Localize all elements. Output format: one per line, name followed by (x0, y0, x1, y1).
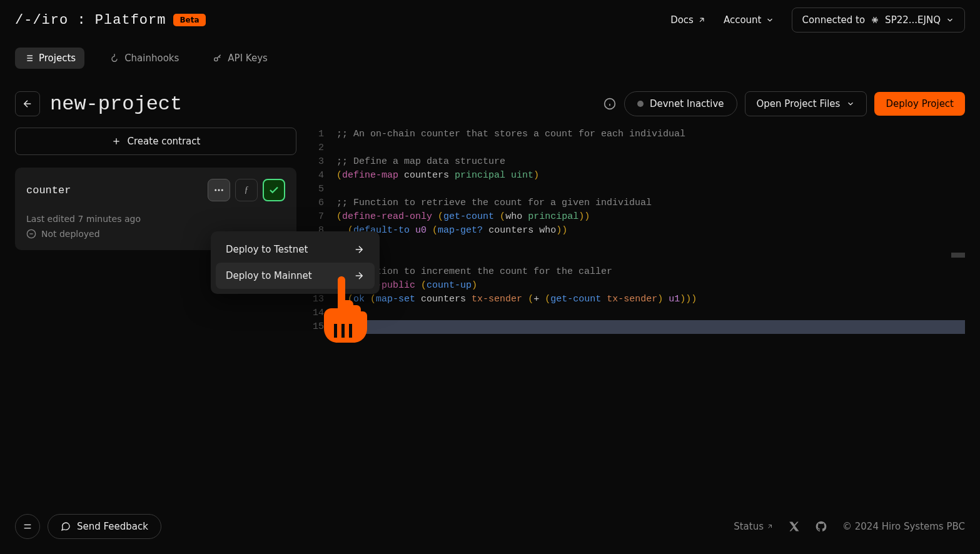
project-title: new-project (50, 93, 182, 116)
status-text: Not deployed (41, 229, 100, 239)
deploy-label: Deploy Project (886, 98, 954, 109)
check-icon (268, 184, 280, 196)
plus-icon (111, 136, 121, 146)
info-icon (604, 98, 616, 110)
svg-point-13 (218, 189, 220, 191)
deploy-testnet-item[interactable]: Deploy to Testnet (216, 236, 375, 263)
status-label: Devnet Inactive (650, 98, 724, 109)
wallet-address: SP22...EJNQ (885, 14, 941, 26)
logo-text: /-/iro : Platform (15, 13, 166, 28)
deploy-mainnet-item[interactable]: Deploy to Mainnet (216, 263, 375, 289)
deploy-project-button[interactable]: Deploy Project (874, 92, 965, 116)
code-editor[interactable]: 123456789101112131415 ;; An on-chain cou… (311, 128, 965, 334)
arrow-right-icon (353, 270, 365, 281)
tab-label: Projects (39, 53, 76, 64)
create-contract-button[interactable]: Create contract (15, 128, 296, 155)
create-label: Create contract (128, 136, 201, 147)
feedback-label: Send Feedback (77, 521, 148, 532)
code-content: ;; An on-chain counter that stores a cou… (336, 128, 965, 334)
svg-point-12 (215, 189, 216, 191)
menu-toggle-button[interactable] (15, 514, 40, 539)
message-icon (61, 521, 71, 531)
contract-name: counter (26, 184, 71, 196)
back-button[interactable] (15, 91, 40, 116)
beta-badge: Beta (173, 14, 205, 26)
line-gutter: 123456789101112131415 (311, 128, 336, 334)
info-button[interactable] (603, 97, 617, 111)
x-icon (789, 521, 800, 532)
docs-link[interactable]: Docs (670, 14, 706, 26)
menu-label: Deploy to Mainnet (226, 270, 312, 281)
hook-icon (109, 53, 119, 63)
docs-label: Docs (670, 14, 694, 26)
connected-label: Connected to (802, 14, 866, 26)
github-link[interactable] (815, 520, 827, 533)
arrow-right-icon (353, 244, 365, 255)
stacks-icon (870, 15, 880, 25)
status-dot-icon (637, 101, 644, 107)
menu-icon (23, 521, 33, 531)
function-icon: ƒ (245, 185, 249, 195)
github-icon (815, 520, 827, 533)
external-link-icon (697, 16, 706, 24)
copyright: © 2024 Hiro Systems PBC (842, 521, 965, 532)
tab-chainhooks[interactable]: Chainhooks (101, 48, 188, 69)
open-files-button[interactable]: Open Project Files (745, 91, 867, 116)
svg-point-14 (221, 189, 223, 191)
account-label: Account (724, 14, 762, 26)
chevron-down-icon (765, 16, 774, 24)
dots-icon (213, 184, 225, 196)
external-link-icon (766, 523, 774, 530)
send-feedback-button[interactable]: Send Feedback (48, 514, 161, 539)
check-button[interactable] (263, 179, 285, 201)
x-twitter-link[interactable] (789, 521, 800, 532)
status-link[interactable]: Status (734, 521, 774, 532)
more-button[interactable] (208, 179, 230, 201)
tab-label: API Keys (228, 53, 268, 64)
devnet-status[interactable]: Devnet Inactive (624, 91, 737, 116)
chevron-down-icon (846, 99, 855, 108)
circle-slash-icon (26, 229, 36, 239)
function-button[interactable]: ƒ (235, 179, 258, 201)
account-dropdown[interactable]: Account (724, 14, 774, 26)
menu-label: Deploy to Testnet (226, 244, 308, 255)
tab-projects[interactable]: Projects (15, 48, 84, 69)
list-icon (24, 53, 34, 63)
tab-label: Chainhooks (124, 53, 179, 64)
last-edited: Last edited 7 minutes ago (26, 214, 285, 224)
deploy-menu: Deploy to Testnet Deploy to Mainnet (211, 231, 380, 294)
chevron-down-icon (946, 16, 954, 24)
status-label: Status (734, 521, 764, 532)
open-files-label: Open Project Files (757, 98, 841, 109)
arrow-left-icon (22, 98, 33, 109)
brand: /-/iro : Platform Beta (15, 13, 206, 28)
key-icon (213, 53, 223, 63)
wallet-button[interactable]: Connected to SP22...EJNQ (792, 8, 966, 33)
tab-apikeys[interactable]: API Keys (204, 48, 276, 69)
minimap-marker[interactable] (951, 253, 965, 258)
